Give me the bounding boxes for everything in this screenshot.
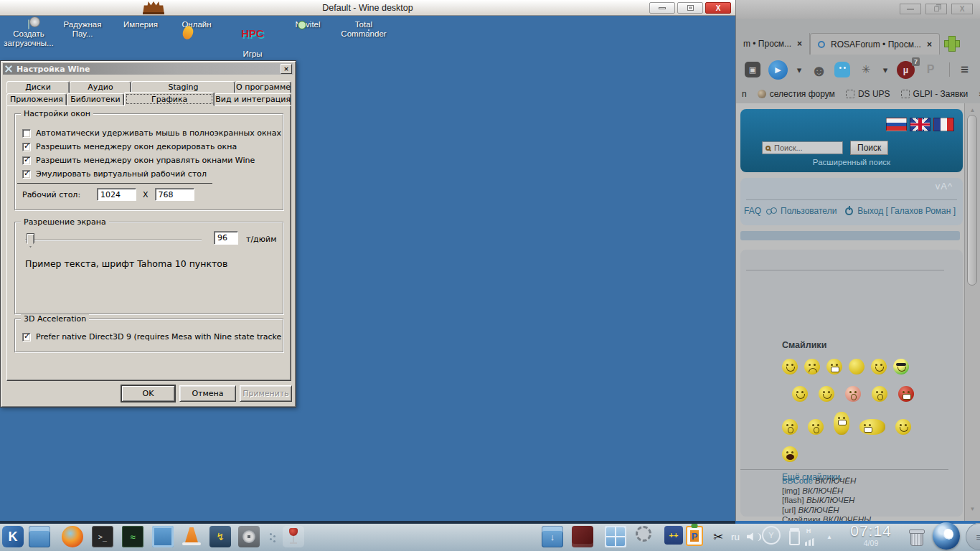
tab-desktop-integration[interactable]: Вид и интеграция [215,93,291,105]
tab-applications[interactable]: Приложения [6,93,67,105]
smiley-devil[interactable] [898,386,914,402]
dpi-input[interactable]: 96 [214,231,238,245]
bookmark-celestia-forum[interactable]: селестия форум [758,89,835,99]
desktop-icon-games[interactable]: HPC Игры [225,20,281,59]
kmenu-icon[interactable]: K [2,526,24,547]
tab-graphics[interactable]: Графика [124,92,215,106]
browser-restore-button[interactable] [925,4,947,14]
desktop-pager-icon[interactable] [605,526,626,547]
checkbox[interactable] [22,170,31,179]
wine-desktop-titlebar[interactable]: Default - Wine desktop X [0,0,735,16]
british-flag-icon[interactable] [910,118,930,131]
gears-icon[interactable] [636,526,651,542]
vlc-icon[interactable] [181,526,202,547]
scrollbar-thumb[interactable] [967,115,977,286]
tab-groups-icon[interactable]: ▣ [745,62,760,77]
ublock-icon[interactable]: µ 7 [897,61,915,79]
text-size-widget[interactable]: vA^ [936,181,953,192]
slider-track[interactable] [25,240,202,241]
smiley-smile[interactable] [782,359,798,375]
mobile-signal-icon[interactable]: H [798,526,819,547]
launcher-separator-dots[interactable] [267,526,274,547]
firefox-icon[interactable] [62,526,83,547]
bookmark-partial[interactable]: n [742,89,747,99]
menu-icon[interactable]: ≡ [958,62,971,77]
usb-icon[interactable]: Y [762,526,781,545]
disc-burner-icon[interactable] [238,526,260,547]
checkbox[interactable] [22,333,31,342]
desktop-icon-rainbow[interactable]: Радужная Пау... [55,20,110,39]
slider-thumb[interactable] [27,233,34,248]
dialog-tab[interactable]: Диски [6,81,70,93]
smiley-addon-icon[interactable]: ☻ [811,62,826,77]
tray-expand-icon[interactable]: ▲ [824,526,835,547]
desktop-icon-create-boot[interactable]: Создать загрузочны... [1,20,57,48]
search-button[interactable]: Поиск [850,141,888,155]
browser-titlebar[interactable]: X [736,0,980,19]
desktop-height-input[interactable]: 768 [155,188,194,201]
french-flag-icon[interactable] [933,118,954,131]
scrollbar-down-icon[interactable]: ▼ [965,506,980,512]
panel-settings-icon[interactable]: ≡ [966,523,980,550]
new-tab-button[interactable] [943,34,961,53]
ok-button[interactable]: OK [121,385,175,402]
downloads-folder-icon[interactable]: ↓ [542,526,563,547]
dialog-close-button[interactable]: × [281,64,292,74]
minimize-button[interactable] [649,2,675,14]
smiley-wink[interactable] [871,359,887,375]
scrollbar-up-icon[interactable]: ▲ [965,107,980,113]
browser-tab-partial[interactable]: m • Просм... × [736,33,810,55]
close-button[interactable]: X [705,2,731,14]
wine-task-icon[interactable] [283,526,304,547]
smiley-angel[interactable] [895,419,911,435]
fly-dropdown-icon[interactable]: ▾ [882,62,889,77]
faq-link[interactable]: FAQ [744,206,761,216]
bookmark-glpi[interactable]: GLPI - Заявки [901,89,969,99]
smiley-wave[interactable] [792,386,808,402]
smiley-blush[interactable] [845,386,861,402]
cancel-button[interactable]: Отмена [179,385,236,402]
krusader-icon[interactable] [572,526,593,547]
desktop-icon-total-commander[interactable]: Total Commander [336,20,392,39]
dpi-slider[interactable] [25,232,202,248]
monitor-settings-icon[interactable] [152,526,174,547]
clipboard-parcellite-icon[interactable]: P [686,526,703,546]
smiley-crazy[interactable] [834,412,849,435]
desktop-width-input[interactable]: 1024 [97,188,136,201]
wine-desktop-area[interactable]: Создать загрузочны... Радужная Пау... Им… [0,16,735,521]
video-download-icon[interactable]: ▶ [768,60,788,80]
tab-libraries[interactable]: Библиотеки [67,93,124,105]
browser-close-button[interactable]: X [951,4,973,14]
clock-widget[interactable]: 07:14 4/09 [838,523,904,545]
desktop-icon-empire[interactable]: Империя [113,20,169,29]
smiley-blank[interactable] [849,359,864,375]
smiley-sick[interactable] [872,386,887,402]
advanced-search-link[interactable]: Расширенный поиск [740,158,963,166]
smiley-grin[interactable] [826,359,842,375]
checkbox[interactable] [22,156,31,165]
tab-close-icon[interactable]: × [927,39,932,50]
smiley-rolleyes[interactable] [782,419,798,435]
tab-close-icon[interactable]: × [797,39,802,49]
dialog-titlebar[interactable]: Настройка Wine × [3,63,293,75]
search-input[interactable]: Поиск... [762,141,843,154]
smiley-hug[interactable] [819,386,834,402]
file-manager-icon[interactable] [29,526,50,547]
logout-link[interactable]: Выход [ Галахов Роман ] [857,206,956,216]
desktop-icon-navitel[interactable]: Navitel [280,20,336,29]
browser-tab-rosaforum[interactable]: ROSAForum • Просм... × [810,33,940,55]
dialog-tab[interactable]: Аудио [70,81,131,93]
smiley-shocked[interactable] [808,419,824,435]
ghostery-icon[interactable] [834,62,850,77]
video-download-dropdown-icon[interactable]: ▾ [796,62,803,77]
page-scrollbar[interactable]: ▲ ▼ [964,103,980,521]
trash-icon[interactable] [905,526,927,547]
smiley-cool[interactable] [893,359,909,375]
plugin-icon[interactable]: ++ [664,526,683,545]
network-connect-icon[interactable]: ↯ [209,526,231,547]
russian-flag-icon[interactable] [886,118,907,131]
maximize-button[interactable] [677,2,703,14]
smiley-sad[interactable] [804,359,820,375]
smiley-cheers[interactable] [859,419,885,435]
bookmark-ds-ups[interactable]: DS UPS [846,89,890,99]
